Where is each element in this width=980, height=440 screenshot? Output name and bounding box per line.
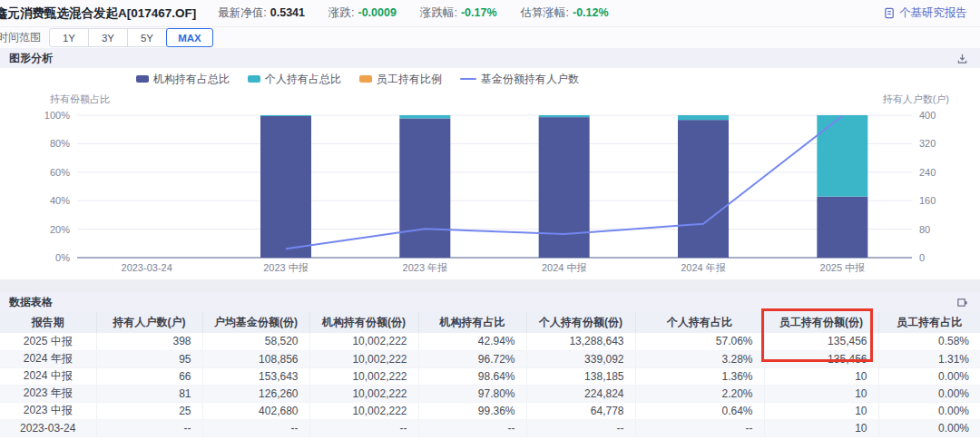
table-row: 2023 年报81126,26010,002,22297.80%224,8242… [0, 385, 980, 402]
table-cell: 0.58% [878, 333, 980, 350]
table-cell: 2023 年报 [0, 385, 96, 402]
right-axis-tick: 80 [919, 224, 930, 235]
table-cell: 10 [764, 419, 878, 436]
table-cell: 2023-03-24 [0, 419, 96, 436]
fund-title: 鑫元消费甄选混合发起A[017467.OF] [0, 5, 196, 22]
personal-bar-segment [260, 115, 311, 116]
range-button-max[interactable]: MAX [166, 28, 213, 47]
range-button-5y[interactable]: 5Y [127, 28, 167, 47]
table-header-row: 报告期持有人户数(户)户均基金份额(份)机构持有份额(份)机构持有占比个人持有份… [0, 312, 980, 333]
table-cell: 96.72% [418, 350, 526, 367]
legend-label: 基金份额持有人户数 [481, 72, 579, 87]
left-axis-tick: 0% [55, 252, 70, 263]
table-row: 2023-03-24------------100.00% [0, 419, 980, 436]
stat-label: 最新净值: [218, 6, 266, 19]
table-cell: 10,002,222 [309, 367, 418, 385]
column-header: 员工持有占比 [878, 312, 980, 333]
x-axis-category-label: 2023 年报 [403, 262, 448, 273]
column-header: 员工持有份额(份) [764, 312, 878, 333]
table-view-icon[interactable] [956, 297, 968, 308]
personal-bar-segment [539, 115, 590, 117]
stat-item: 涨跌幅:-0.17% [420, 5, 497, 21]
institution-bar-segment [399, 118, 450, 258]
report-link-label: 个基研究报告 [899, 5, 967, 21]
table-cell: 0.00% [878, 402, 980, 419]
table-cell: 2024 中报 [0, 367, 96, 385]
left-axis-tick: 100% [44, 110, 70, 121]
stat-label: 估算涨幅: [521, 6, 569, 19]
time-range-label: 时间范围 [0, 30, 41, 45]
table-cell: 58,520 [202, 333, 309, 350]
legend-swatch [460, 78, 476, 80]
stat-item: 涨跌:-0.0009 [328, 5, 397, 21]
legend-item-bar[interactable]: 个人持有占总比 [248, 72, 341, 87]
x-axis-category-label: 2024 中报 [542, 262, 587, 273]
table-cell: 64,778 [526, 402, 635, 419]
time-range-group: 1Y3Y5YMAX [49, 28, 213, 47]
table-row: 2024 年报95108,85610,002,22296.72%339,0923… [0, 350, 980, 367]
table-cell: 402,680 [202, 402, 309, 419]
time-range-toolbar: 时间范围 1Y3Y5YMAX [0, 27, 980, 48]
right-axis-tick: 240 [919, 167, 936, 178]
table-cell: 1.36% [635, 367, 764, 385]
table-cell: 81 [96, 385, 202, 402]
top-header-bar: 鑫元消费甄选混合发起A[017467.OF] 最新净值:0.5341涨跌:-0.… [0, 0, 980, 27]
table-cell: 42.94% [418, 333, 526, 350]
column-header: 机构持有占比 [418, 312, 526, 333]
table-cell: 99.36% [418, 402, 526, 419]
legend-item-bar[interactable]: 机构持有占总比 [136, 72, 230, 87]
legend-item-bar[interactable]: 员工持有比例 [359, 72, 442, 87]
legend-swatch [359, 75, 372, 83]
column-header: 机构持有份额(份) [309, 312, 418, 333]
table-cell: -- [96, 419, 202, 436]
left-axis-title: 持有份额占比 [50, 93, 110, 104]
table-cell: 10 [764, 402, 878, 419]
column-header: 个人持有份额(份) [526, 312, 635, 333]
data-table-wrap: 报告期持有人户数(户)户均基金份额(份)机构持有份额(份)机构持有占比个人持有份… [0, 312, 980, 440]
range-button-3y[interactable]: 3Y [88, 28, 128, 47]
personal-bar-segment [817, 115, 867, 197]
stat-value: -0.0009 [358, 6, 397, 19]
legend-item-line[interactable]: 基金份额持有人户数 [460, 72, 579, 87]
table-cell: 25 [96, 402, 202, 419]
table-cell: 153,643 [202, 367, 309, 385]
table-row: 2024 中报66153,64310,002,22298.64%138,1851… [0, 367, 980, 385]
table-cell: 0.00% [878, 419, 980, 436]
table-cell: 135,456 [764, 350, 878, 367]
stat-label: 涨跌幅: [420, 6, 457, 19]
table-cell: 398 [96, 333, 202, 350]
table-cell: 108,856 [202, 350, 309, 367]
table-cell: 2023 中报 [0, 402, 96, 419]
holders-data-table: 报告期持有人户数(户)户均基金份额(份)机构持有份额(份)机构持有占比个人持有份… [0, 312, 980, 437]
table-cell: 2025 中报 [0, 333, 96, 350]
left-axis-tick: 80% [50, 138, 70, 149]
right-axis-tick: 320 [919, 138, 936, 149]
table-cell: 66 [96, 367, 202, 385]
column-header: 报告期 [0, 312, 96, 333]
left-axis-tick: 60% [50, 167, 70, 178]
column-header: 户均基金份额(份) [202, 312, 309, 333]
download-icon[interactable] [956, 53, 968, 64]
x-axis-category-label: 2024 年报 [681, 262, 726, 273]
table-cell: -- [635, 419, 764, 436]
column-header: 持有人户数(户) [96, 312, 202, 333]
table-cell: 10,002,222 [309, 333, 418, 350]
left-axis-tick: 20% [50, 224, 70, 235]
fund-report-link[interactable]: 个基研究报告 [884, 5, 967, 21]
table-row: 2025 中报39858,52010,002,22242.94%13,288,6… [0, 333, 980, 350]
personal-bar-segment [399, 115, 450, 118]
table-cell: 2024 年报 [0, 350, 96, 367]
legend-label: 机构持有占总比 [153, 72, 230, 87]
table-cell: 10,002,222 [309, 385, 418, 402]
range-button-1y[interactable]: 1Y [49, 28, 89, 47]
institution-bar-segment [539, 117, 590, 258]
stat-item: 估算涨幅:-0.12% [521, 5, 609, 21]
table-section-header: 数据表格 [0, 292, 980, 312]
table-cell: 1.31% [878, 350, 980, 367]
table-cell: -- [526, 419, 635, 436]
table-cell: -- [202, 419, 309, 436]
table-cell: 10 [764, 367, 878, 385]
x-axis-category-label: 2025 中报 [820, 262, 866, 273]
table-cell: 10 [764, 385, 878, 402]
chart-legend: 机构持有占总比个人持有占总比员工持有比例基金份额持有人户数 [136, 72, 980, 86]
